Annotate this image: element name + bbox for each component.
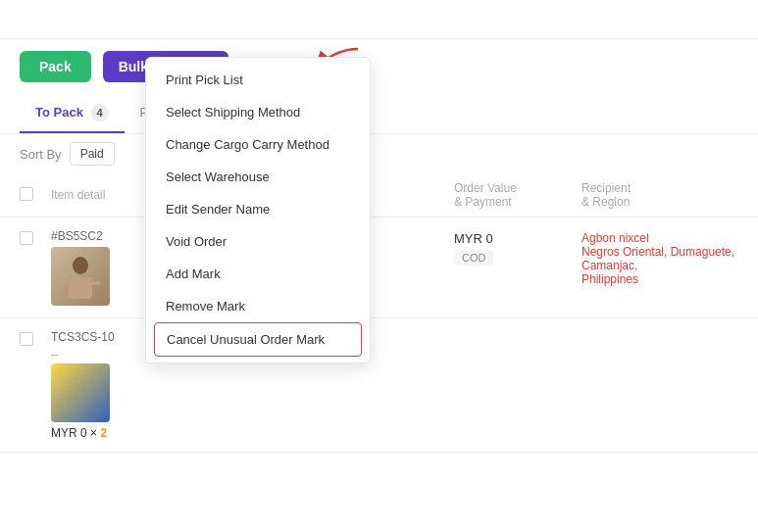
dropdown-item-select-warehouse[interactable]: Select Warehouse (146, 161, 370, 193)
qty-number: 2 (100, 426, 107, 440)
dropdown-item-change-cargo-carry-method[interactable]: Change Cargo Carry Method (146, 128, 370, 161)
tab-to-pack[interactable]: To Pack 4 (20, 94, 125, 133)
table-header: Item detail Order Value & Payment Recipi… (0, 173, 758, 218)
table-row: #BS5SC2 MYR 0 COD Agbon nixcel Negros Or… (0, 218, 758, 318)
header-checkbox-cell (20, 187, 51, 204)
table-row: TCS3CS-10 -- MYR 0 × 2 (0, 318, 758, 453)
row2-recipient (581, 330, 738, 332)
order-myr-value: MYR 0 (454, 231, 581, 246)
recipient-area: Negros Oriental, Dumaguete, Camanjac, (581, 245, 738, 272)
dropdown-item-select-shipping-method[interactable]: Select Shipping Method (146, 96, 370, 128)
toolbar: Pack Bulk Actions ▾ (0, 39, 758, 94)
header-order-value: Order Value & Payment (454, 181, 581, 209)
item2-qty: MYR 0 × 2 (51, 426, 454, 440)
dropdown-item-void-order[interactable]: Void Order (146, 225, 370, 258)
svg-rect-4 (90, 281, 100, 285)
to-pack-badge: 4 (91, 104, 109, 121)
recipient-name: Agbon nixcel (581, 231, 738, 245)
item-image (51, 247, 110, 306)
row2-checkbox[interactable] (20, 332, 33, 346)
svg-rect-2 (69, 277, 92, 299)
row2-checkbox-cell (20, 330, 51, 349)
row-order-value: MYR 0 COD (454, 229, 581, 266)
svg-point-1 (73, 257, 88, 274)
dropdown-item-add-mark[interactable]: Add Mark (146, 258, 370, 290)
pack-button[interactable]: Pack (20, 51, 91, 82)
row-checkbox[interactable] (20, 231, 33, 245)
dropdown-item-print-pick-list[interactable]: Print Pick List (146, 64, 370, 96)
bulk-actions-dropdown: Print Pick List Select Shipping Method C… (145, 57, 371, 363)
row2-order-value (454, 330, 581, 332)
dropdown-item-edit-sender-name[interactable]: Edit Sender Name (146, 193, 370, 225)
person-svg (61, 252, 100, 301)
row-checkbox-cell (20, 229, 51, 248)
top-bar (0, 0, 758, 39)
dropdown-item-cancel-unusual-order-mark[interactable]: Cancel Unusual Order Mark (154, 322, 362, 357)
select-all-checkbox[interactable] (20, 187, 33, 201)
page-wrapper: Pack Bulk Actions ▾ To Pack 4 Packed 0 O… (0, 0, 758, 532)
header-recipient: Recipient & Region (581, 181, 738, 209)
svg-rect-3 (61, 281, 71, 285)
dropdown-item-remove-mark[interactable]: Remove Mark (146, 290, 370, 322)
recipient-country: Philippines (581, 272, 738, 286)
payment-badge: COD (454, 250, 493, 266)
sort-paid-button[interactable]: Paid (70, 142, 115, 166)
item2-image (51, 363, 110, 422)
tabs-row: To Pack 4 Packed 0 Out Of Stock 1 (0, 94, 758, 134)
row-recipient: Agbon nixcel Negros Oriental, Dumaguete,… (581, 229, 738, 286)
sort-row: Sort By Paid (0, 134, 758, 173)
sort-by-label: Sort By (20, 147, 62, 162)
